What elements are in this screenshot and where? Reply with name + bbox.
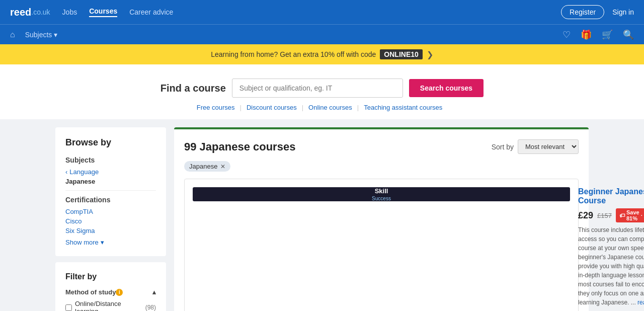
quick-link-online[interactable]: Online courses xyxy=(303,104,357,111)
filter-online-checkbox-row: Online/Distance learning (98) xyxy=(65,300,156,311)
sidebar-browse-section: Browse by Subjects ‹ Language Japanese C… xyxy=(55,127,166,256)
sidebar-browse-title: Browse by xyxy=(65,137,156,148)
show-more-button[interactable]: Show more ▾ xyxy=(65,239,104,246)
search-button[interactable]: Search courses xyxy=(409,79,484,97)
register-button[interactable]: Register xyxy=(561,5,604,19)
nav-left: reed .co.uk Jobs Courses Career advice xyxy=(10,7,173,18)
chevron-up-icon: ▴ xyxy=(152,288,156,296)
top-navigation: reed .co.uk Jobs Courses Career advice R… xyxy=(0,0,644,24)
info-icon: i xyxy=(116,289,123,296)
sidebar-cert-sixsigma[interactable]: Six Sigma xyxy=(65,227,156,235)
sale-badge-1: 🏷 Save 81% · Ends tomorrow xyxy=(616,208,644,222)
logo-couk: .co.uk xyxy=(31,8,50,16)
gift-icon[interactable]: 🎁 xyxy=(581,29,592,40)
results-panel: 99 Japanese courses Sort by Most relevan… xyxy=(174,127,589,311)
active-tags: Japanese ✕ xyxy=(184,161,579,179)
quick-link-free[interactable]: Free courses xyxy=(197,104,240,111)
signin-button[interactable]: Sign in xyxy=(612,8,634,16)
remove-tag-icon[interactable]: ✕ xyxy=(220,163,225,170)
basket-icon[interactable]: 🛒 xyxy=(602,29,613,40)
nav-jobs[interactable]: Jobs xyxy=(62,8,77,16)
search-row: Find a course Search courses xyxy=(160,79,484,98)
sidebar: Browse by Subjects ‹ Language Japanese C… xyxy=(55,127,166,311)
search-section: Find a course Search courses Free course… xyxy=(0,64,644,119)
sort-label: Sort by xyxy=(492,143,514,151)
results-header: 99 Japanese courses Sort by Most relevan… xyxy=(184,139,579,154)
chevron-down-icon: ▾ xyxy=(101,239,104,246)
read-more-1[interactable]: read more xyxy=(637,299,644,306)
filter-method-of-study: Method of study i ▴ Online/Distance lear… xyxy=(65,288,156,311)
nav-icons: ♡ 🎁 🛒 🔍 xyxy=(562,29,634,40)
course-thumbnail-1: Skill Success xyxy=(193,187,570,201)
logo[interactable]: reed .co.uk xyxy=(10,7,50,18)
sidebar-cert-comptia[interactable]: CompTIA xyxy=(65,208,156,215)
sort-select[interactable]: Most relevant xyxy=(518,139,579,154)
sort-row: Sort by Most relevant xyxy=(492,139,579,154)
quick-link-teaching-assistant[interactable]: Teaching assistant courses xyxy=(359,104,447,111)
chevron-left-icon: ‹ xyxy=(65,168,67,176)
price-current-1: £29 xyxy=(578,210,593,221)
sidebar-active-filter: Japanese xyxy=(65,178,156,185)
subjects-dropdown[interactable]: Subjects ▾ xyxy=(25,31,58,39)
tag-icon: 🏷 xyxy=(619,212,625,218)
course-title-1[interactable]: Beginner Japanese Course xyxy=(578,187,644,205)
sidebar-cert-cisco[interactable]: Cisco xyxy=(65,217,156,225)
course-info-1: Beginner Japanese Course £29 £157 🏷 Save… xyxy=(578,187,644,311)
sidebar-filter-title: Filter by xyxy=(65,272,156,281)
course-desc-1: This course includes lifetime access so … xyxy=(578,225,644,307)
sidebar-language-filter[interactable]: ‹ Language xyxy=(65,168,156,176)
sidebar-filter-section: Filter by Method of study i ▴ Online/Dis… xyxy=(55,262,166,311)
secondary-navigation: ⌂ Subjects ▾ ♡ 🎁 🛒 🔍 xyxy=(0,24,644,44)
sidebar-certifications-label: Certifications xyxy=(65,196,156,204)
banner-arrow-icon[interactable]: ❯ xyxy=(427,50,433,59)
sidebar-subjects-label: Subjects xyxy=(65,156,156,164)
quick-link-discount[interactable]: Discount courses xyxy=(242,104,302,111)
main-layout: Browse by Subjects ‹ Language Japanese C… xyxy=(45,119,599,311)
nav-courses[interactable]: Courses xyxy=(89,7,117,17)
wishlist-icon[interactable]: ♡ xyxy=(562,29,571,40)
nav-career-advice[interactable]: Career advice xyxy=(129,8,173,16)
promo-code: ONLINE10 xyxy=(380,49,422,59)
course-card: Skill Success Beginner Japanese Course £… xyxy=(184,179,579,311)
filter-online-count: (98) xyxy=(145,304,156,311)
active-tag-japanese: Japanese ✕ xyxy=(184,161,230,172)
filter-online-label: Online/Distance learning xyxy=(75,300,142,311)
price-row-1: £29 £157 🏷 Save 81% · Ends tomorrow xyxy=(578,208,644,222)
logo-reed: reed xyxy=(10,7,31,18)
search-icon[interactable]: 🔍 xyxy=(623,29,634,40)
banner-text: Learning from home? Get an extra 10% off… xyxy=(211,50,376,58)
promo-banner: Learning from home? Get an extra 10% off… xyxy=(0,44,644,64)
home-icon[interactable]: ⌂ xyxy=(10,30,15,39)
search-label: Find a course xyxy=(160,83,226,94)
nav-right: Register Sign in xyxy=(561,5,634,19)
filter-online-checkbox[interactable] xyxy=(65,304,72,311)
results-count: 99 Japanese courses xyxy=(184,140,295,153)
chevron-down-icon: ▾ xyxy=(54,31,57,39)
quick-links: Free courses | Discount courses | Online… xyxy=(197,104,448,111)
subjects-label: Subjects xyxy=(25,31,52,39)
filter-method-header[interactable]: Method of study i ▴ xyxy=(65,288,156,296)
search-input[interactable] xyxy=(232,79,403,98)
price-original-1: £157 xyxy=(597,212,612,219)
